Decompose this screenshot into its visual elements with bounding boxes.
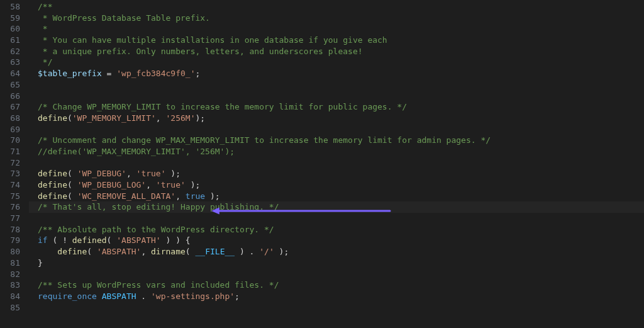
code-line[interactable]: [29, 213, 644, 224]
line-number: 60: [0, 23, 29, 35]
code-line[interactable]: }: [29, 257, 644, 269]
code-area[interactable]: /** * WordPress Database Table prefix. *…: [29, 0, 644, 328]
line-number: 80: [0, 246, 29, 257]
token-keyword: require_once: [38, 291, 97, 301]
token-punct: (: [87, 247, 97, 256]
token-string: 'WP_DEBUG_LOG': [77, 180, 147, 189]
line-number: 64: [0, 68, 29, 79]
token-comment: /* Uncomment and change WP_MAX_MEMORY_LI…: [38, 135, 491, 145]
code-editor[interactable]: 5859606162636465666768697071727374757677…: [0, 0, 644, 328]
code-line[interactable]: * a unique prefix. Only numbers, letters…: [29, 46, 644, 57]
code-line[interactable]: define('WP_MEMORY_LIMIT', '256M');: [29, 113, 644, 124]
token-punct: ( !: [48, 235, 72, 245]
token-punct: (: [107, 235, 117, 245]
line-number: 85: [0, 302, 29, 314]
line-number: 84: [0, 291, 29, 302]
code-line[interactable]: define( 'WC_REMOVE_ALL_DATA', true );: [29, 191, 644, 202]
line-number: 74: [0, 179, 29, 191]
code-line[interactable]: * WordPress Database Table prefix.: [29, 13, 644, 24]
token-comment: //define('WP_MAX_MEMORY_LIMIT', '256M');: [38, 147, 235, 156]
token-punct: ;: [235, 291, 240, 301]
line-number-gutter: 5859606162636465666768697071727374757677…: [0, 0, 29, 328]
token-comment: /** Sets up WordPress vars and included …: [38, 280, 279, 290]
line-number: 63: [0, 57, 29, 68]
token-punct: );: [274, 247, 289, 256]
line-number: 62: [0, 46, 29, 57]
token-comment: * WordPress Database Table prefix.: [38, 13, 210, 23]
token-punct: (: [186, 247, 196, 256]
line-number: 73: [0, 168, 29, 179]
code-line[interactable]: require_once ABSPATH . 'wp-settings.php'…: [29, 291, 644, 302]
line-number: 83: [0, 280, 29, 291]
token-string: 'ABSPATH': [116, 235, 160, 245]
code-line[interactable]: [29, 302, 644, 314]
line-number: 78: [0, 224, 29, 235]
code-line[interactable]: * You can have multiple installations in…: [29, 35, 644, 46]
token-punct: );: [205, 191, 219, 201]
code-line[interactable]: /** Sets up WordPress vars and included …: [29, 280, 644, 291]
token-punct: =: [102, 69, 116, 78]
token-punct: ;: [195, 69, 200, 78]
code-line[interactable]: define( 'WP_DEBUG_LOG', 'true' );: [29, 179, 644, 191]
line-number: 66: [0, 91, 29, 102]
token-func: dirname: [151, 247, 186, 256]
line-number: 69: [0, 124, 29, 135]
line-number: 72: [0, 157, 29, 169]
code-line[interactable]: */: [29, 57, 644, 68]
token-plain: [38, 247, 57, 256]
token-punct: ) .: [235, 247, 259, 256]
token-punct: (: [67, 180, 77, 189]
token-keyword: true: [186, 191, 205, 201]
token-comment: /** Absolute path to the WordPress direc…: [38, 225, 274, 234]
token-keyword: if: [38, 235, 48, 245]
token-const: __FILE__: [196, 247, 235, 256]
token-func: defined: [72, 235, 107, 245]
line-number: 61: [0, 35, 29, 46]
token-punct: );: [166, 169, 180, 178]
token-variable: $table_prefix: [38, 69, 102, 78]
code-line[interactable]: define( 'ABSPATH', dirname( __FILE__ ) .…: [29, 246, 644, 257]
token-punct: ,: [156, 113, 166, 123]
token-punct: }: [38, 258, 43, 268]
code-line[interactable]: define( 'WP_DEBUG', 'true' );: [29, 168, 644, 179]
token-punct: (: [67, 113, 72, 123]
token-func: define: [38, 191, 67, 201]
code-line[interactable]: /** Absolute path to the WordPress direc…: [29, 224, 644, 235]
line-number: 76: [0, 201, 29, 213]
line-number: 59: [0, 13, 29, 24]
token-comment: * You can have multiple installations in…: [38, 35, 387, 45]
line-number: 71: [0, 146, 29, 157]
token-punct: [97, 291, 102, 301]
token-punct: ) ) {: [161, 235, 191, 245]
token-comment: */: [38, 57, 52, 67]
code-line[interactable]: //define('WP_MAX_MEMORY_LIMIT', '256M');: [29, 146, 644, 157]
token-func: define: [38, 113, 67, 123]
code-line[interactable]: [29, 79, 644, 91]
code-line[interactable]: /* Change WP_MEMORY_LIMIT to increase th…: [29, 101, 644, 113]
token-punct: (: [67, 191, 77, 201]
token-comment: /**: [38, 2, 52, 11]
token-comment: /* That's all, stop editing! Happy publi…: [38, 202, 279, 212]
code-line[interactable]: [29, 269, 644, 280]
line-number: 67: [0, 101, 29, 113]
line-number: 77: [0, 213, 29, 224]
code-line[interactable]: if ( ! defined( 'ABSPATH' ) ) {: [29, 235, 644, 246]
code-line[interactable]: /* Uncomment and change WP_MAX_MEMORY_LI…: [29, 135, 644, 146]
code-line[interactable]: /* That's all, stop editing! Happy publi…: [29, 201, 644, 213]
token-string: 'wp-settings.php': [151, 291, 235, 301]
line-number: 81: [0, 257, 29, 269]
token-punct: .: [136, 291, 151, 301]
token-punct: ,: [141, 247, 151, 256]
token-punct: ,: [175, 191, 186, 201]
code-line[interactable]: [29, 91, 644, 102]
code-line[interactable]: $table_prefix = 'wp_fcb384c9f0_';: [29, 68, 644, 79]
token-func: define: [57, 247, 87, 256]
token-string: 'WC_REMOVE_ALL_DATA': [77, 191, 176, 201]
code-line[interactable]: [29, 157, 644, 169]
token-string: 'true': [136, 169, 166, 178]
code-line[interactable]: [29, 124, 644, 135]
token-punct: );: [195, 113, 205, 123]
code-line[interactable]: /**: [29, 1, 644, 13]
code-line[interactable]: *: [29, 23, 644, 35]
token-string: 'ABSPATH': [97, 247, 141, 256]
